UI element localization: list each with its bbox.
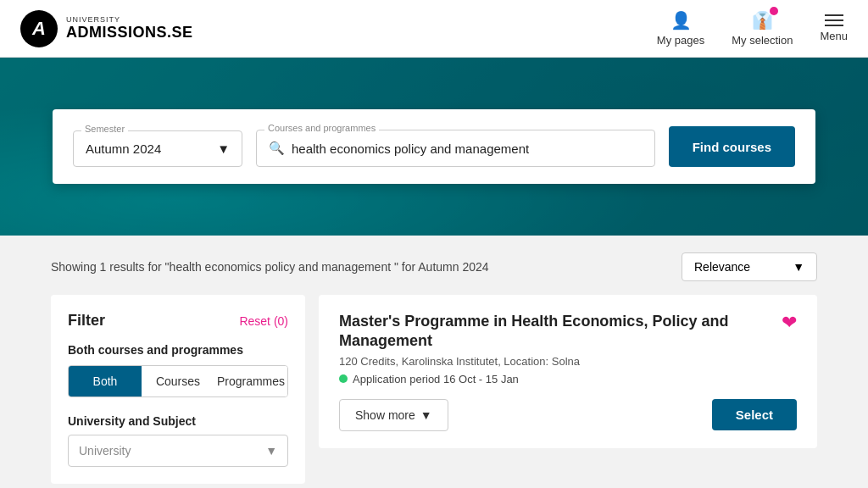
favourite-button[interactable]: ❤	[782, 312, 797, 334]
menu-line-1	[825, 14, 843, 16]
chevron-down-icon: ▼	[217, 141, 230, 156]
app-period-text: Application period 16 Oct - 15 Jan	[353, 373, 519, 385]
logo[interactable]: A UNIVERSITY ADMISSIONS.SE	[20, 10, 193, 47]
card-actions: Show more ▼ Select	[339, 399, 797, 431]
application-period: Application period 16 Oct - 15 Jan	[339, 373, 797, 385]
select-button[interactable]: Select	[712, 399, 797, 430]
university-subject-label: University and Subject	[68, 414, 288, 428]
hamburger-icon	[825, 14, 843, 26]
semester-field: Semester Autumn 2024 ▼	[73, 130, 242, 167]
my-selection-label: My selection	[732, 34, 793, 47]
filter-header: Filter Reset (0)	[68, 312, 288, 330]
person-icon: 👤	[670, 10, 692, 30]
menu-nav[interactable]: Menu	[820, 14, 848, 42]
main-nav: 👤 My pages 👔 My selection Menu	[657, 10, 848, 47]
logo-circle: A	[20, 10, 58, 47]
logo-text: UNIVERSITY ADMISSIONS.SE	[66, 16, 193, 42]
expand-icon: ▼	[265, 444, 277, 458]
results-area: Showing 1 results for "health economics …	[0, 236, 868, 488]
search-icon: 🔍	[269, 141, 285, 156]
search-container: Semester Autumn 2024 ▼ Courses and progr…	[53, 109, 815, 184]
semester-label: Semester	[81, 124, 128, 134]
logo-letter: A	[32, 18, 46, 40]
courses-search-box: 🔍	[256, 130, 655, 167]
briefcase-icon: 👔	[752, 10, 773, 30]
active-indicator	[339, 374, 348, 383]
filter-title: Filter	[68, 312, 105, 330]
menu-line-3	[825, 25, 843, 26]
toggle-courses-button[interactable]: Courses	[142, 366, 214, 396]
university-filter-label: University	[79, 444, 131, 458]
card-title: Master's Programme in Health Economics, …	[339, 312, 782, 352]
results-count: Showing 1 results for "health economics …	[51, 260, 489, 274]
sort-chevron-icon: ▼	[793, 260, 804, 274]
sort-label: Relevance	[694, 260, 750, 274]
both-courses-label: Both courses and programmes	[68, 343, 288, 357]
result-card: Master's Programme in Health Economics, …	[319, 295, 817, 448]
courses-input[interactable]	[292, 141, 643, 156]
show-more-button[interactable]: Show more ▼	[339, 399, 448, 431]
card-top: Master's Programme in Health Economics, …	[339, 312, 797, 352]
admissions-label: ADMISSIONS.SE	[66, 25, 193, 42]
university-filter-input[interactable]: University ▼	[68, 435, 288, 467]
course-type-toggle: Both Courses Programmes	[68, 365, 288, 397]
card-meta: 120 Credits, Karolinska Institutet, Loca…	[339, 355, 797, 368]
my-pages-label: My pages	[657, 34, 704, 47]
sort-dropdown[interactable]: Relevance ▼	[682, 252, 817, 281]
results-list: Master's Programme in Health Economics, …	[319, 295, 817, 484]
toggle-both-button[interactable]: Both	[69, 366, 142, 396]
hero-section: Semester Autumn 2024 ▼ Courses and progr…	[0, 58, 868, 236]
my-selection-nav[interactable]: 👔 My selection	[732, 10, 793, 47]
toggle-programmes-button[interactable]: Programmes	[214, 366, 287, 396]
menu-label: Menu	[820, 30, 848, 42]
find-courses-button[interactable]: Find courses	[669, 126, 795, 167]
site-header: A UNIVERSITY ADMISSIONS.SE 👤 My pages 👔 …	[0, 0, 868, 58]
my-pages-nav[interactable]: 👤 My pages	[657, 10, 704, 47]
semester-select[interactable]: Autumn 2024 ▼	[73, 130, 242, 167]
content-row: Filter Reset (0) Both courses and progra…	[51, 295, 817, 484]
courses-field: Courses and programmes 🔍	[256, 130, 655, 167]
courses-label: Courses and programmes	[264, 123, 379, 133]
results-header: Showing 1 results for "health economics …	[51, 252, 817, 281]
show-more-label: Show more	[355, 408, 415, 422]
reset-button[interactable]: Reset (0)	[239, 314, 288, 328]
filter-panel: Filter Reset (0) Both courses and progra…	[51, 295, 305, 484]
chevron-down-icon: ▼	[420, 408, 432, 422]
semester-value: Autumn 2024	[86, 141, 161, 156]
selection-badge	[770, 7, 778, 15]
menu-line-2	[825, 19, 843, 21]
